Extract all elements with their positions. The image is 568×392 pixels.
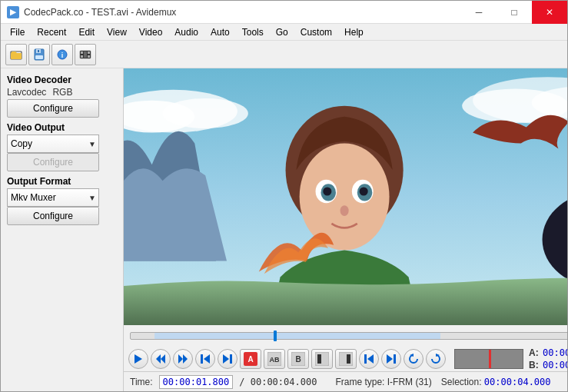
info-button[interactable]: i — [51, 44, 73, 65]
set-a-icon: A — [244, 352, 257, 366]
svg-rect-10 — [84, 51, 87, 58]
set-b-button[interactable]: B — [287, 349, 309, 369]
menu-auto[interactable]: Auto — [204, 25, 236, 39]
transport-controls-row: A AB — [124, 347, 567, 371]
output-format-configure-button[interactable]: Configure — [7, 207, 99, 225]
forward-button[interactable] — [173, 349, 193, 369]
next-keyframe-button[interactable] — [218, 349, 237, 369]
b-label: B: — [529, 360, 540, 370]
svg-marker-41 — [183, 354, 188, 364]
step-forward-button[interactable] — [381, 349, 401, 369]
svg-marker-58 — [387, 354, 393, 364]
open-button[interactable] — [5, 44, 27, 65]
svg-rect-12 — [81, 55, 83, 58]
menu-file[interactable]: File — [4, 25, 31, 39]
menu-bar: File Recent Edit View Video Audio Auto T… — [1, 24, 567, 41]
maximize-button[interactable]: □ — [497, 1, 532, 24]
video-output-configure-button[interactable]: Configure — [7, 153, 99, 171]
rotate-right-button[interactable] — [426, 349, 446, 369]
svg-point-22 — [300, 143, 390, 250]
selection-label-text: Selection: — [441, 377, 484, 387]
video-output-select[interactable]: Copy Mpeg4 ASP (Xvid) Mpeg4 ASP (FFmpeg)… — [7, 135, 99, 153]
svg-rect-11 — [88, 51, 90, 54]
status-bar: Time: 00:00:01.800 / 00:00:04.000 Frame … — [124, 371, 567, 391]
svg-rect-59 — [394, 354, 396, 364]
ab-button[interactable]: AB — [264, 349, 285, 369]
video-preview — [124, 68, 567, 325]
svg-rect-52 — [315, 352, 329, 366]
menu-edit[interactable]: Edit — [72, 25, 101, 39]
prev-keyframe-button[interactable] — [195, 349, 215, 369]
frame-type-text: Frame type: — [335, 377, 387, 387]
svg-text:i: i — [61, 51, 64, 59]
step-back-button[interactable] — [359, 349, 379, 369]
svg-rect-57 — [364, 354, 367, 364]
svg-text:B: B — [295, 355, 301, 364]
info-icon: i — [56, 48, 68, 61]
menu-view[interactable]: View — [101, 25, 133, 39]
menu-go[interactable]: Go — [270, 25, 294, 39]
rotate-left-button[interactable] — [404, 349, 424, 369]
bottom-transport-area: A AB — [124, 325, 567, 391]
decoder-codec-label: Lavcodec — [7, 87, 46, 98]
svg-rect-53 — [317, 354, 321, 364]
minimize-button[interactable]: ─ — [461, 1, 497, 24]
ab-icon: AB — [267, 352, 281, 366]
title-bar: ▶ CodecPack.co - TEST.avi - Avidemux ─ □… — [1, 1, 567, 24]
timeline-track[interactable] — [130, 332, 567, 340]
cut-icon — [315, 352, 329, 366]
rewind-button[interactable] — [151, 349, 171, 369]
menu-custom[interactable]: Custom — [294, 25, 338, 39]
timeline-segment — [154, 333, 440, 339]
svg-marker-45 — [223, 354, 229, 364]
video-output-section: Video Output Copy Mpeg4 ASP (Xvid) Mpeg4… — [7, 122, 117, 171]
menu-help[interactable]: Help — [338, 25, 370, 39]
svg-rect-4 — [35, 55, 43, 59]
svg-point-27 — [323, 187, 331, 195]
timeline-thumb — [274, 331, 277, 341]
transport-main: A AB — [124, 325, 567, 391]
mini-preview-thumb — [489, 350, 491, 368]
main-window: ▶ CodecPack.co - TEST.avi - Avidemux ─ □… — [0, 0, 568, 392]
save-icon — [33, 48, 45, 61]
decoder-color-label: RGB — [52, 87, 72, 98]
output-format-select[interactable]: Mkv Muxer Avi Muxer Mp4 Muxer — [7, 188, 99, 207]
menu-tools[interactable]: Tools — [236, 25, 270, 39]
close-button[interactable]: ✕ — [532, 1, 567, 24]
film-icon — [79, 48, 91, 61]
set-a-button[interactable]: A — [240, 349, 261, 369]
selection-time: 00:00:04.000 — [484, 377, 551, 387]
svg-rect-42 — [201, 354, 203, 364]
frame-type-value: I-FRM (31) — [387, 377, 432, 387]
cut2-button[interactable] — [335, 349, 357, 369]
timeline-row — [124, 325, 567, 347]
decoder-configure-button[interactable]: Configure — [7, 99, 99, 118]
play-button[interactable] — [128, 349, 148, 369]
time-label: Time: — [130, 377, 153, 387]
svg-rect-5 — [38, 50, 39, 52]
left-panel: Video Decoder Lavcodec RGB Configure Vid… — [1, 68, 124, 391]
cut-button[interactable] — [311, 349, 333, 369]
menu-audio[interactable]: Audio — [168, 25, 204, 39]
video-output-dropdown-wrapper: Copy Mpeg4 ASP (Xvid) Mpeg4 ASP (FFmpeg)… — [7, 135, 99, 153]
ab-section: A: 00:00:00.000 B: 00:00:04.000 — [529, 347, 567, 370]
svg-rect-44 — [230, 354, 232, 364]
menu-recent[interactable]: Recent — [31, 25, 72, 39]
a-time: 00:00:00.000 — [543, 347, 567, 358]
selection-label: Selection: 00:00:04.000 — [441, 377, 551, 387]
open-icon — [10, 48, 22, 61]
set-b-icon: B — [291, 352, 305, 366]
video-decoder-section: Video Decoder Lavcodec RGB Configure — [7, 75, 117, 118]
svg-point-29 — [340, 205, 349, 216]
video-decoder-title: Video Decoder — [7, 75, 117, 85]
video-scene — [124, 68, 567, 325]
svg-rect-13 — [88, 55, 90, 58]
total-time: / 00:00:04.000 — [239, 377, 317, 387]
menu-video[interactable]: Video — [133, 25, 168, 39]
save-button[interactable] — [28, 44, 50, 65]
svg-rect-9 — [81, 51, 83, 54]
toolbar: i — [1, 41, 567, 68]
film-button[interactable] — [75, 44, 96, 65]
video-output-title: Video Output — [7, 122, 117, 133]
svg-marker-40 — [178, 354, 183, 364]
